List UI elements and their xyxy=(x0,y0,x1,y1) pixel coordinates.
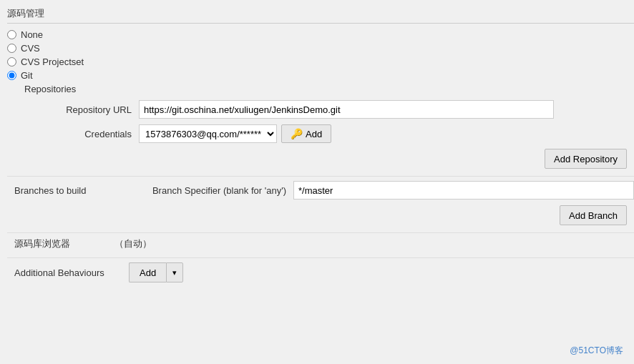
add-credentials-label: Add xyxy=(306,129,322,139)
add-branch-button[interactable]: Add Branch xyxy=(560,205,627,225)
additional-label: Additional Behaviours xyxy=(14,267,129,278)
branches-label: Branches to build xyxy=(7,185,136,196)
browser-label: 源码库浏览器 xyxy=(14,237,114,250)
divider-2 xyxy=(7,232,634,233)
divider-1 xyxy=(7,176,634,177)
repo-url-input[interactable] xyxy=(139,100,554,119)
git-section: Repositories Repository URL Credentials … xyxy=(7,84,634,169)
section-title: 源码管理 xyxy=(7,7,634,24)
add-repository-button[interactable]: Add Repository xyxy=(545,149,627,169)
credentials-label: Credentials xyxy=(24,129,139,139)
credentials-row: Credentials 1573876303@qq.com/****** 🔑 A… xyxy=(24,124,634,143)
branch-specifier-input[interactable] xyxy=(293,181,634,200)
radio-none: None xyxy=(7,29,634,40)
radio-cvs-label: CVS xyxy=(21,43,40,54)
additional-add-split-button: Add ▾ xyxy=(129,262,183,282)
key-icon: 🔑 xyxy=(291,128,303,139)
credentials-controls: 1573876303@qq.com/****** 🔑 Add xyxy=(139,124,331,143)
browser-row: 源码库浏览器 （自动） xyxy=(7,237,634,250)
branches-section: Branches to build Branch Specifier (blan… xyxy=(7,181,634,225)
additional-add-dropdown-arrow[interactable]: ▾ xyxy=(166,262,183,282)
radio-git-label: Git xyxy=(21,70,33,81)
browser-value: （自动） xyxy=(114,237,152,250)
additional-behaviours-section: Additional Behaviours Add ▾ xyxy=(7,262,634,282)
add-repository-row: Add Repository xyxy=(7,149,634,169)
watermark: @51CTO博客 xyxy=(570,345,623,357)
repositories-label: Repositories xyxy=(24,84,634,94)
radio-cvs-projectset: CVS Projectset xyxy=(7,56,634,67)
scm-radio-group: None CVS CVS Projectset Git xyxy=(7,29,634,81)
radio-cvs: CVS xyxy=(7,43,634,54)
additional-add-button[interactable]: Add xyxy=(129,262,166,282)
divider-3 xyxy=(7,257,634,258)
radio-none-input[interactable] xyxy=(7,30,16,39)
radio-cvs-projectset-input[interactable] xyxy=(7,57,16,67)
radio-git: Git xyxy=(7,70,634,81)
radio-git-input[interactable] xyxy=(7,71,16,80)
branch-specifier-label: Branch Specifier (blank for 'any') xyxy=(136,185,293,196)
credentials-select[interactable]: 1573876303@qq.com/****** xyxy=(139,124,277,143)
add-credentials-button[interactable]: 🔑 Add xyxy=(281,124,331,143)
radio-cvs-projectset-label: CVS Projectset xyxy=(21,56,84,67)
add-branch-row: Add Branch xyxy=(7,205,634,225)
repo-url-label: Repository URL xyxy=(24,104,139,115)
branches-row: Branches to build Branch Specifier (blan… xyxy=(7,181,634,200)
radio-cvs-input[interactable] xyxy=(7,44,16,53)
page-container: 源码管理 None CVS CVS Projectset Git Reposit… xyxy=(0,0,634,364)
radio-none-label: None xyxy=(21,29,43,40)
repo-url-row: Repository URL xyxy=(24,100,634,119)
